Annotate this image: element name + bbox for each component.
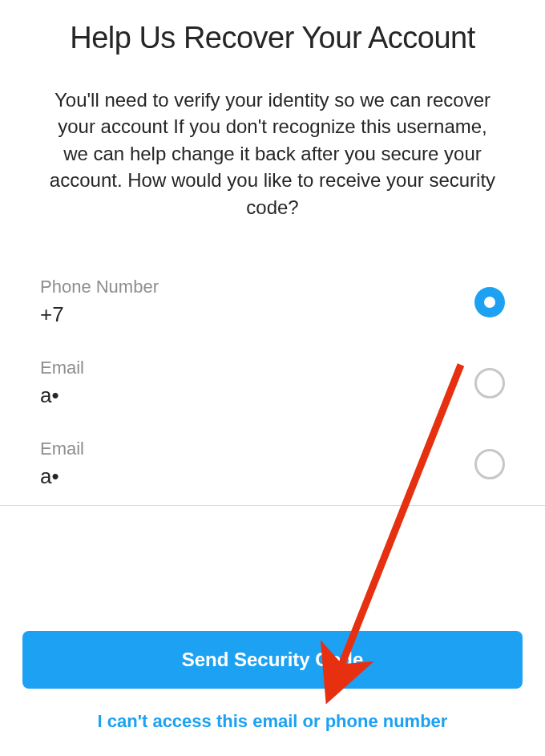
option-email-1-text: Email a• <box>40 358 84 408</box>
radio-selected-icon[interactable] <box>474 287 505 317</box>
option-email-1[interactable]: Email a• <box>40 358 505 408</box>
option-email-2[interactable]: Email a• <box>40 439 505 489</box>
option-label: Email <box>40 439 84 459</box>
option-phone-text: Phone Number +7 <box>40 277 159 327</box>
page-description: You'll need to verify your identity so w… <box>40 87 505 221</box>
option-email-2-text: Email a• <box>40 439 84 489</box>
radio-unselected-icon[interactable] <box>474 368 505 398</box>
send-security-code-button[interactable]: Send Security Code <box>22 631 523 689</box>
option-value: +7 <box>40 302 159 327</box>
radio-unselected-icon[interactable] <box>474 449 505 479</box>
option-label: Email <box>40 358 84 378</box>
option-label: Phone Number <box>40 277 159 297</box>
option-phone[interactable]: Phone Number +7 <box>40 277 505 327</box>
divider <box>0 505 545 506</box>
option-value: a• <box>40 383 84 408</box>
footer: Send Security Code I can't access this e… <box>0 631 545 732</box>
page-title: Help Us Recover Your Account <box>40 19 505 58</box>
cant-access-link[interactable]: I can't access this email or phone numbe… <box>22 711 523 732</box>
option-value: a• <box>40 464 84 489</box>
contact-options: Phone Number +7 Email a• Email a• <box>40 277 505 489</box>
